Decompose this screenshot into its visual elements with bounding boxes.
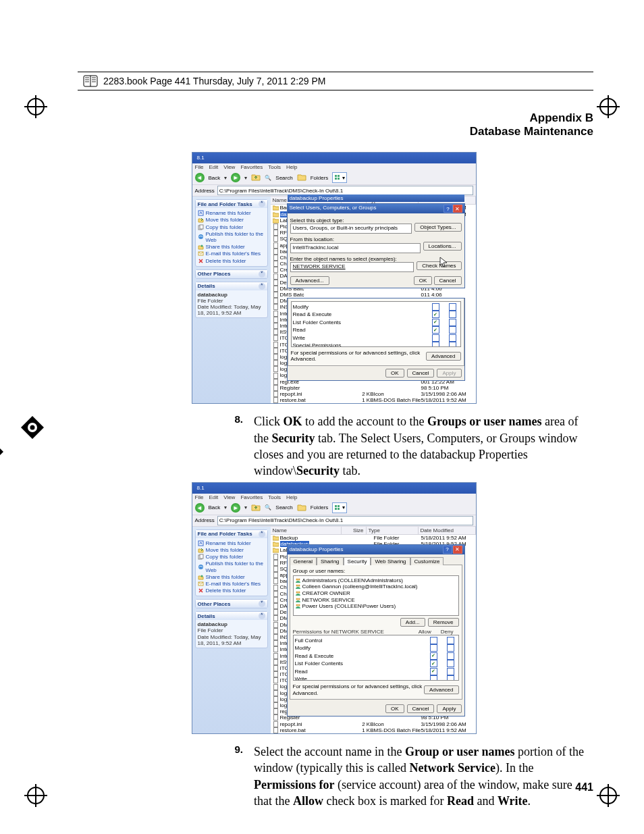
cancel-button[interactable]: Cancel: [434, 276, 462, 285]
column-headers[interactable]: Name Size Type Date Modified: [271, 527, 476, 535]
file-row[interactable]: repopt.ini2 KBIcon3/15/1998 2:06 AM: [271, 391, 476, 397]
groups-listbox[interactable]: Administrators (COLLEEN\Administrators)C…: [293, 575, 459, 616]
col-date[interactable]: Date Modified: [419, 527, 476, 534]
chevron-up-icon[interactable]: ˄: [259, 531, 265, 538]
task-link[interactable]: Delete this folder: [198, 588, 265, 594]
menu-file[interactable]: File: [195, 164, 204, 170]
col-size[interactable]: Size: [342, 527, 367, 534]
group-item[interactable]: Power Users (COLLEEN\Power Users): [295, 603, 457, 609]
object-types-button[interactable]: Object Types...: [414, 223, 461, 232]
cancel-button[interactable]: Cancel: [407, 704, 435, 713]
permission-row[interactable]: Read✔: [293, 326, 459, 334]
advanced-button[interactable]: Advanced: [426, 352, 461, 361]
up-icon[interactable]: [251, 173, 261, 182]
task-link[interactable]: Publish this folder to the Web: [198, 231, 265, 243]
menu-help[interactable]: Help: [286, 494, 297, 500]
object-type-field[interactable]: Users, Groups, or Built-in security prin…: [290, 224, 412, 234]
search-icon[interactable]: 🔍: [265, 504, 271, 511]
menu-view[interactable]: View: [223, 494, 235, 500]
file-row[interactable]: BackupFile Folder5/18/2011 9:52 AM: [271, 535, 476, 541]
select-users-titlebar[interactable]: databackup Properties Select Users, Comp…: [288, 204, 464, 213]
folders-label[interactable]: Folders: [311, 175, 329, 181]
other-places-header[interactable]: Other Places˅: [196, 270, 267, 278]
folders-icon[interactable]: [297, 503, 306, 513]
task-link[interactable]: Rename this folder: [198, 540, 265, 546]
search-label[interactable]: Search: [275, 504, 292, 511]
tab-security[interactable]: Security: [344, 557, 371, 565]
window-titlebar[interactable]: 8.1: [192, 483, 476, 494]
advanced-button[interactable]: Advanced...: [290, 276, 329, 285]
back-button-icon[interactable]: ◄: [195, 173, 205, 182]
menu-file[interactable]: File: [195, 494, 204, 500]
properties-titlebar[interactable]: databackup Properties ?✕: [288, 545, 464, 554]
permission-row[interactable]: Special Permissions: [293, 342, 459, 347]
tasks-header[interactable]: File and Folder Tasks˄: [196, 200, 267, 208]
dropdown-icon[interactable]: ▾: [244, 175, 247, 181]
menu-tools[interactable]: Tools: [268, 494, 281, 500]
chevron-down-icon[interactable]: ˅: [259, 600, 265, 607]
folders-icon[interactable]: [297, 173, 306, 182]
file-row[interactable]: Register98 5:10 PM: [271, 385, 476, 391]
group-item[interactable]: NETWORK SERVICE: [295, 597, 457, 603]
task-link[interactable]: E-mail this folder's files: [198, 581, 265, 587]
remove-button[interactable]: Remove: [428, 618, 459, 627]
task-link[interactable]: Share this folder: [198, 574, 265, 580]
help-icon[interactable]: ?: [443, 546, 452, 554]
menu-tools[interactable]: Tools: [268, 164, 281, 170]
back-label[interactable]: Back: [209, 504, 221, 511]
col-type[interactable]: Type: [367, 527, 419, 534]
back-button-icon[interactable]: ◄: [195, 503, 205, 513]
details-header[interactable]: Details˄: [196, 612, 267, 620]
locations-button[interactable]: Locations...: [423, 242, 462, 251]
col-name[interactable]: Name: [271, 527, 342, 534]
chevron-up-icon[interactable]: ˄: [259, 613, 265, 619]
task-link[interactable]: E-mail this folder's files: [198, 251, 265, 257]
task-link[interactable]: Copy this folder: [198, 224, 265, 230]
tab-sharing[interactable]: Sharing: [317, 557, 344, 565]
dropdown-icon[interactable]: ▾: [224, 175, 227, 181]
chevron-down-icon[interactable]: ˅: [259, 271, 265, 278]
forward-button-icon[interactable]: ►: [231, 173, 240, 182]
details-header[interactable]: Details˄: [196, 282, 267, 290]
views-button[interactable]: ▾: [332, 502, 347, 513]
up-icon[interactable]: [251, 503, 261, 513]
close-icon[interactable]: ✕: [453, 205, 462, 213]
ok-button[interactable]: OK: [414, 276, 433, 285]
permission-row[interactable]: Read & Execute✔: [295, 652, 457, 660]
menu-view[interactable]: View: [223, 164, 235, 170]
chevron-up-icon[interactable]: ˄: [259, 283, 265, 290]
address-input[interactable]: [217, 516, 473, 525]
dropdown-icon[interactable]: ▾: [224, 504, 227, 511]
file-row[interactable]: DMS Batc011 4:06: [271, 292, 476, 298]
permission-row[interactable]: Full Control: [295, 637, 457, 644]
permission-row[interactable]: Write: [293, 334, 459, 342]
cancel-button[interactable]: Cancel: [407, 369, 435, 377]
dropdown-icon[interactable]: ▾: [244, 504, 247, 511]
tab-general[interactable]: General: [290, 557, 317, 565]
task-link[interactable]: Publish this folder to the Web: [198, 561, 265, 573]
apply-button[interactable]: Apply: [437, 369, 461, 377]
add-button[interactable]: Add...: [400, 618, 425, 627]
permission-row[interactable]: Read✔: [295, 668, 457, 675]
tasks-header[interactable]: File and Folder Tasks˄: [196, 530, 267, 538]
location-field[interactable]: IntelliTrackInc.local: [290, 243, 421, 253]
permission-row[interactable]: Modify: [293, 303, 459, 311]
task-link[interactable]: Share this folder: [198, 244, 265, 250]
close-icon[interactable]: ✕: [453, 546, 462, 554]
views-button[interactable]: ▾: [332, 172, 347, 183]
back-label[interactable]: Back: [209, 175, 221, 181]
forward-button-icon[interactable]: ►: [231, 503, 240, 513]
menu-edit[interactable]: Edit: [209, 164, 218, 170]
file-row[interactable]: restore.bat1 KBMS-DOS Batch File5/18/201…: [271, 727, 476, 733]
other-places-header[interactable]: Other Places˅: [196, 600, 267, 608]
object-names-field[interactable]: NETWORK SERVICE: [290, 262, 414, 272]
permission-row[interactable]: Read & Execute✔: [293, 311, 459, 318]
folders-label[interactable]: Folders: [311, 504, 329, 511]
menu-favorites[interactable]: Favorites: [240, 164, 263, 170]
task-link[interactable]: Move this folder: [198, 547, 265, 553]
task-link[interactable]: Delete this folder: [198, 258, 265, 264]
tab-websharing[interactable]: Web Sharing: [371, 557, 410, 565]
tab-customize[interactable]: Customize: [410, 557, 444, 565]
permission-row[interactable]: List Folder Contents✔: [293, 319, 459, 326]
menu-edit[interactable]: Edit: [209, 494, 218, 500]
